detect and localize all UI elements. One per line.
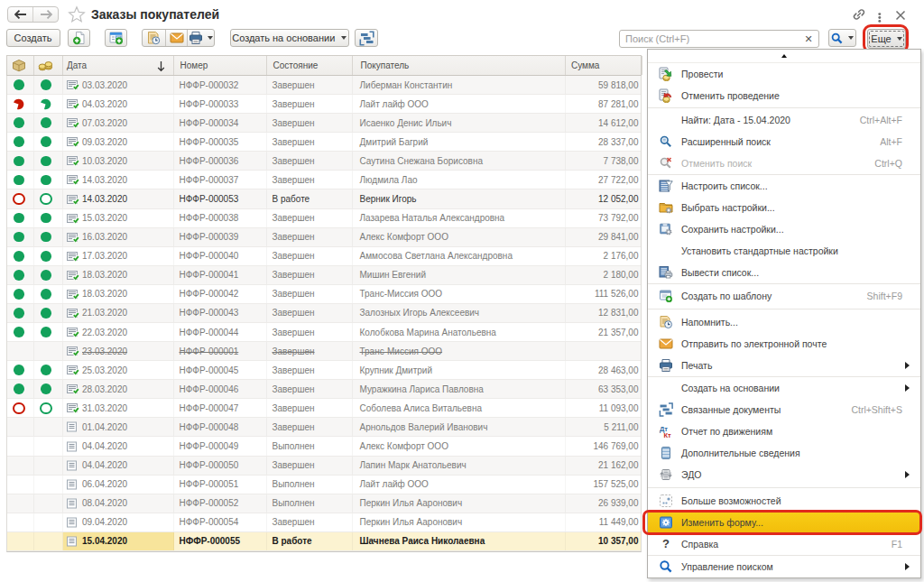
- svg-text:Кт: Кт: [664, 431, 672, 439]
